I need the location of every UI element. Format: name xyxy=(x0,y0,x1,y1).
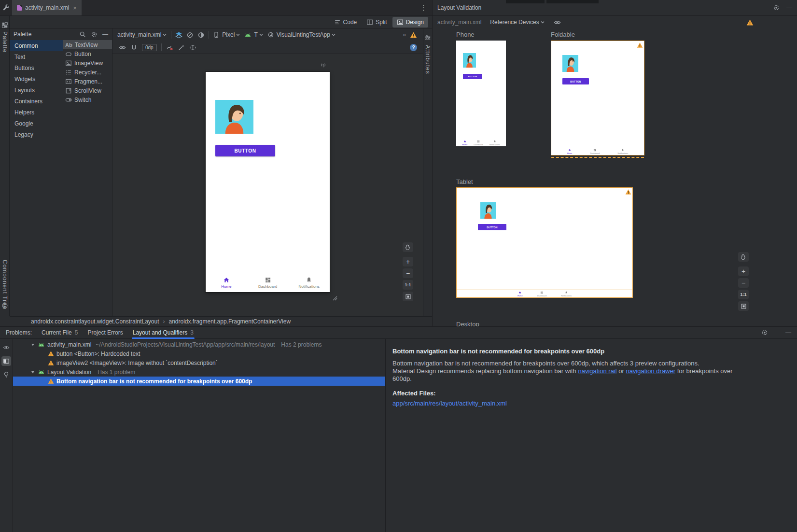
nav-item-home[interactable]: Home xyxy=(206,273,247,292)
navigation-rail-link[interactable]: navigation rail xyxy=(578,367,616,375)
toolbar-overflow-chevrons[interactable]: » xyxy=(403,31,406,38)
clear-constraints-icon[interactable] xyxy=(166,44,173,51)
resize-handle-icon[interactable] xyxy=(332,295,338,301)
device-preview-frame[interactable]: BUTTON Home Dashboard Notifications xyxy=(206,72,330,292)
magic-wand-icon[interactable] xyxy=(178,44,185,51)
reference-devices-dropdown[interactable]: Reference Devices xyxy=(490,19,545,26)
tree-group-activity-main[interactable]: activity_main.xml ~/AndroidStudioProject… xyxy=(13,340,385,349)
zoom-fit-button[interactable] xyxy=(403,292,413,301)
attributes-sliders-icon[interactable] xyxy=(424,34,431,41)
palette-item-imageview[interactable]: ImageView xyxy=(63,58,112,68)
component-tree-icon[interactable] xyxy=(1,302,8,309)
view-options-eye-icon[interactable] xyxy=(119,44,126,51)
theme-dropdown[interactable]: VisualLintingTestApp xyxy=(267,31,336,38)
gear-icon[interactable] xyxy=(91,31,98,38)
design-canvas[interactable]: BUTTON Home Dashboard Notifications + − … xyxy=(112,54,423,316)
close-tab-icon[interactable]: × xyxy=(73,4,77,12)
palette-category-layouts[interactable]: Layouts xyxy=(10,84,63,96)
tab-project-errors[interactable]: Project Errors xyxy=(87,327,123,339)
palette-item-textview[interactable]: Ab TextView xyxy=(63,40,112,49)
palette-category-containers[interactable]: Containers xyxy=(10,96,63,107)
file-dropdown[interactable]: activity_main.xml xyxy=(117,31,167,38)
xml-file-icon xyxy=(17,5,22,11)
expand-chevron-icon[interactable] xyxy=(30,342,35,347)
help-icon[interactable]: ? xyxy=(410,44,417,51)
palette-item-switch[interactable]: Switch xyxy=(63,95,112,104)
preview-label-desktop: Desktop xyxy=(456,321,479,326)
visibility-eye-icon[interactable] xyxy=(554,19,561,26)
tab-current-file[interactable]: Current File5 xyxy=(42,327,78,339)
preview-tablet[interactable]: BUTTON Home Dashboard Notifications xyxy=(456,187,633,298)
design-surface-layers-icon[interactable] xyxy=(175,31,182,39)
open-preview-panel-icon[interactable] xyxy=(1,356,11,366)
blueprint-off-icon[interactable] xyxy=(186,31,194,39)
nav-item-dashboard[interactable]: Dashboard xyxy=(247,273,289,292)
palette-item-recyclerview[interactable]: Recycler... xyxy=(63,68,112,77)
hide-panel-icon[interactable]: — xyxy=(102,31,108,38)
pan-hand-button[interactable] xyxy=(738,252,749,262)
search-icon[interactable] xyxy=(79,31,86,38)
zoom-fit-button[interactable] xyxy=(738,301,749,311)
code-mode-button[interactable]: Code xyxy=(330,17,362,28)
expand-chevron-icon[interactable] xyxy=(30,370,35,375)
default-margin-control[interactable]: 0dp xyxy=(142,44,157,51)
zoom-out-button[interactable]: − xyxy=(403,268,413,278)
palette-category-text[interactable]: Text xyxy=(10,51,63,62)
preview-foldable[interactable]: BUTTON Home Dashboard Notifications xyxy=(551,41,644,155)
palette-category-google[interactable]: Google xyxy=(10,118,63,129)
preview-button[interactable]: BUTTON xyxy=(215,145,275,156)
device-dropdown[interactable]: Pixel xyxy=(213,31,240,38)
breadcrumb-constraintlayout[interactable]: androidx.constraintlayout.widget.Constra… xyxy=(31,318,159,325)
quick-fix-lightbulb-icon[interactable] xyxy=(1,370,11,379)
preview-eye-icon[interactable] xyxy=(1,343,11,352)
validation-tab-file[interactable]: activity_main.xml xyxy=(437,19,481,26)
palette-category-widgets[interactable]: Widgets xyxy=(10,73,63,84)
affected-file-link[interactable]: app/src/main/res/layout/activity_main.xm… xyxy=(392,400,507,407)
zoom-in-button[interactable]: + xyxy=(403,257,413,266)
validation-warning-icon[interactable] xyxy=(746,19,754,26)
gear-icon[interactable] xyxy=(773,4,780,11)
imageview-icon xyxy=(65,60,72,67)
palette-category-common[interactable]: Common xyxy=(10,40,63,51)
bottom-navigation-bar[interactable]: Home Dashboard Notifications xyxy=(206,273,330,292)
attributes-strip-label[interactable]: Attributes xyxy=(424,45,431,74)
palette-strip-label[interactable]: Palette xyxy=(1,31,8,53)
zoom-actual-button[interactable]: 1:1 xyxy=(738,290,749,299)
design-mode-button[interactable]: Design xyxy=(392,17,428,28)
tree-warning-content-description[interactable]: imageView2 <ImageView>: Image without `c… xyxy=(13,358,385,367)
nav-item-notifications[interactable]: Notifications xyxy=(288,273,330,292)
editor-options-kebab-icon[interactable]: ⋮ xyxy=(418,3,429,12)
navigation-drawer-link[interactable]: navigation drawer xyxy=(626,367,675,375)
tree-warning-hardcoded-text[interactable]: button <Button>: Hardcoded text xyxy=(13,349,385,358)
palette-item-button[interactable]: Button xyxy=(63,49,112,58)
tree-warning-bottom-nav-selected[interactable]: Bottom navigation bar is not recommended… xyxy=(13,377,385,386)
palette-category-legacy[interactable]: Legacy xyxy=(10,129,63,140)
tree-group-layout-validation[interactable]: Layout Validation Has 1 problem xyxy=(13,367,385,377)
warning-icon[interactable] xyxy=(410,31,417,39)
editor-tab-activity-main[interactable]: activity_main.xml × xyxy=(12,0,82,15)
hide-panel-icon[interactable]: — xyxy=(785,329,791,336)
avatar-image[interactable] xyxy=(215,100,253,134)
palette-tool-icon[interactable] xyxy=(1,22,8,28)
palette-category-buttons[interactable]: Buttons xyxy=(10,62,63,73)
palette-category-helpers[interactable]: Helpers xyxy=(10,107,63,118)
hide-panel-icon[interactable]: — xyxy=(786,4,792,11)
android-file-icon xyxy=(38,342,45,347)
tab-layout-and-qualifiers[interactable]: Layout and Qualifiers3 xyxy=(133,327,194,339)
autoconnect-magnet-icon[interactable] xyxy=(130,44,138,51)
zoom-actual-button[interactable]: 1:1 xyxy=(403,280,413,290)
split-mode-button[interactable]: Split xyxy=(362,17,391,28)
palette-item-fragment[interactable]: Fragmen... xyxy=(63,77,112,86)
layout-validation-content: Phone BUTTON Home Dashboard Notification… xyxy=(433,28,797,326)
night-mode-icon[interactable] xyxy=(197,31,205,39)
api-level-dropdown[interactable]: T xyxy=(244,31,263,38)
pan-hand-button[interactable] xyxy=(403,242,413,252)
gear-icon[interactable] xyxy=(761,329,768,336)
zoom-out-button[interactable]: − xyxy=(738,278,749,288)
palette-item-scrollview[interactable]: ScrollView xyxy=(63,86,112,95)
tool-window-wrench-icon[interactable] xyxy=(2,4,10,12)
breadcrumb-fragmentcontainerview[interactable]: androidx.fragment.app.FragmentContainerV… xyxy=(169,318,291,325)
infer-constraints-icon[interactable] xyxy=(189,44,196,51)
zoom-in-button[interactable]: + xyxy=(738,266,749,276)
preview-phone[interactable]: BUTTON Home Dashboard Notifications xyxy=(456,41,506,146)
